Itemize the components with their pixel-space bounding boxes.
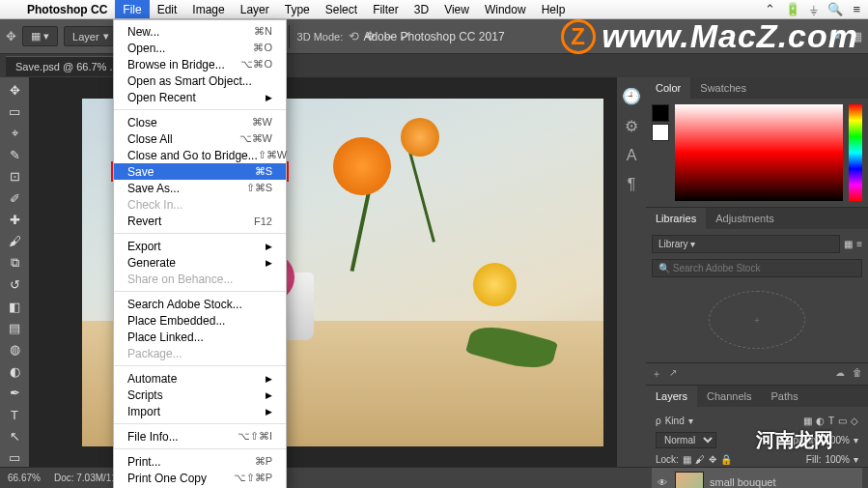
hue-slider[interactable] <box>849 104 862 201</box>
character-panel-icon[interactable]: A <box>627 147 637 164</box>
menu-item-generate[interactable]: Generate▶ <box>114 254 286 271</box>
bluetooth-icon[interactable]: ⌃ <box>765 2 775 16</box>
quick-select-tool[interactable]: ✎ <box>3 146 26 163</box>
menu-item-print-one-copy[interactable]: Print One Copy⌥⇧⌘P <box>114 470 286 486</box>
menu-item-scripts[interactable]: Scripts▶ <box>114 387 286 403</box>
fill-value[interactable]: 100% <box>825 454 850 465</box>
library-drop-zone[interactable]: + <box>709 291 805 349</box>
library-view-icon[interactable]: ▦ <box>844 239 853 249</box>
dodge-tool[interactable]: ◐ <box>3 362 26 380</box>
rectangle-tool[interactable]: ▭ <box>3 449 26 467</box>
move-tool[interactable]: ✥ <box>3 81 26 99</box>
library-link-icon[interactable]: ↗ <box>669 367 677 381</box>
filter-smart-icon[interactable]: ◇ <box>851 416 858 426</box>
menubar-item-select[interactable]: Select <box>318 0 365 18</box>
menubar-item-help[interactable]: Help <box>534 0 574 18</box>
menu-item-open-recent[interactable]: Open Recent▶ <box>114 89 286 105</box>
healing-brush-tool[interactable]: ✚ <box>3 211 26 228</box>
paragraph-panel-icon[interactable]: ¶ <box>628 176 636 193</box>
3d-orbit-icon[interactable]: ⟲ <box>349 29 359 43</box>
clone-stamp-tool[interactable]: ⧉ <box>3 254 26 272</box>
type-tool[interactable]: T <box>3 406 26 423</box>
add-content-icon[interactable]: ＋ <box>652 367 661 381</box>
properties-panel-icon[interactable]: ⚙ <box>625 117 638 135</box>
menu-item-close-all[interactable]: Close All⌥⌘W <box>114 130 286 147</box>
layer-thumbnail[interactable] <box>675 472 704 488</box>
color-spectrum[interactable] <box>675 104 843 201</box>
tab-channels[interactable]: Channels <box>697 386 761 407</box>
wifi-icon[interactable]: ⏚ <box>810 2 818 16</box>
path-select-tool[interactable]: ↖ <box>3 427 26 445</box>
tool-preset-picker[interactable]: ▦ ▾ <box>22 26 58 46</box>
menu-item-new[interactable]: New...⌘N <box>114 23 286 40</box>
layer-row[interactable]: 👁 small bouquet <box>652 468 862 488</box>
history-panel-icon[interactable]: 🕘 <box>622 87 641 105</box>
blend-mode-select[interactable]: Normal <box>656 432 716 448</box>
zoom-level[interactable]: 66.67% <box>8 473 41 483</box>
brush-tool[interactable]: 🖌 <box>3 233 26 250</box>
layer-select-dropdown[interactable]: Layer ▾ <box>64 26 118 46</box>
menu-item-open-as-smart-object[interactable]: Open as Smart Object... <box>114 72 286 89</box>
menu-item-print[interactable]: Print...⌘P <box>114 453 286 470</box>
menu-item-automate[interactable]: Automate▶ <box>114 370 286 387</box>
move-tool-icon[interactable]: ✥ <box>6 29 16 43</box>
menubar-item-3d[interactable]: 3D <box>406 0 436 18</box>
menu-item-place-linked[interactable]: Place Linked... <box>114 329 286 345</box>
menu-item-import[interactable]: Import▶ <box>114 403 286 419</box>
document-tab[interactable]: Save.psd @ 66.7% ... <box>6 56 128 76</box>
tab-swatches[interactable]: Swatches <box>690 77 756 99</box>
foreground-color-chip[interactable] <box>652 104 669 122</box>
menubar-item-edit[interactable]: Edit <box>150 0 185 18</box>
menu-item-close-and-go-to-bridge[interactable]: Close and Go to Bridge...⇧⌘W <box>114 147 286 163</box>
menu-item-search-adobe-stock[interactable]: Search Adobe Stock... <box>114 296 286 312</box>
pen-tool[interactable]: ✒ <box>3 384 26 401</box>
menu-item-revert[interactable]: RevertF12 <box>114 213 286 229</box>
menubar-item-layer[interactable]: Layer <box>233 0 277 18</box>
marquee-tool[interactable]: ▭ <box>3 102 26 120</box>
filter-adjust-icon[interactable]: ◐ <box>816 416 825 426</box>
tab-libraries[interactable]: Libraries <box>646 208 706 229</box>
menu-item-file-info[interactable]: File Info...⌥⇧⌘I <box>114 428 286 445</box>
lock-pixels-icon[interactable]: 🖌 <box>695 454 705 465</box>
battery-icon[interactable]: 🔋 <box>785 2 800 16</box>
layer-name[interactable]: small bouquet <box>710 476 858 488</box>
library-search-input[interactable]: 🔍 Search Adobe Stock <box>652 259 862 277</box>
menu-extras-icon[interactable]: ≡ <box>853 2 860 16</box>
library-stock-icon[interactable]: ☁ <box>835 367 845 381</box>
menubar-item-file[interactable]: File <box>115 0 149 18</box>
menu-item-browse-in-bridge[interactable]: Browse in Bridge...⌥⌘O <box>114 56 286 72</box>
crop-tool[interactable]: ⊡ <box>3 168 26 186</box>
background-color-chip[interactable] <box>652 124 669 141</box>
tab-color[interactable]: Color <box>646 77 690 99</box>
menu-item-place-embedded[interactable]: Place Embedded... <box>114 312 286 329</box>
tab-layers[interactable]: Layers <box>646 386 697 407</box>
tab-adjustments[interactable]: Adjustments <box>706 208 784 229</box>
library-selector[interactable]: Library ▾ <box>652 235 840 253</box>
eyedropper-tool[interactable]: ✐ <box>3 189 26 207</box>
history-brush-tool[interactable]: ↺ <box>3 276 26 294</box>
menubar-item-image[interactable]: Image <box>184 0 232 18</box>
menubar-item-type[interactable]: Type <box>277 0 318 18</box>
menu-item-save-as[interactable]: Save As...⇧⌘S <box>114 180 286 196</box>
filter-type-icon[interactable]: T <box>828 416 834 426</box>
spotlight-icon[interactable]: 🔍 <box>827 2 843 16</box>
library-menu-icon[interactable]: ≡ <box>856 239 862 249</box>
menu-item-close[interactable]: Close⌘W <box>114 114 286 130</box>
menu-item-open[interactable]: Open...⌘O <box>114 40 286 56</box>
menubar-item-window[interactable]: Window <box>477 0 534 18</box>
menubar-item-view[interactable]: View <box>436 0 477 18</box>
menu-item-save[interactable]: Save⌘S <box>114 163 286 180</box>
lock-transparency-icon[interactable]: ▦ <box>683 454 691 465</box>
lock-position-icon[interactable]: ✥ <box>709 454 716 465</box>
visibility-icon[interactable]: 👁 <box>656 477 669 488</box>
menu-item-export[interactable]: Export▶ <box>114 238 286 254</box>
library-trash-icon[interactable]: 🗑 <box>853 367 862 381</box>
gradient-tool[interactable]: ▤ <box>3 319 26 336</box>
app-name[interactable]: Photoshop CC <box>19 3 115 16</box>
blur-tool[interactable]: ◍ <box>3 341 26 359</box>
eraser-tool[interactable]: ◧ <box>3 298 26 315</box>
filter-pixel-icon[interactable]: ▦ <box>803 416 812 426</box>
menubar-item-filter[interactable]: Filter <box>365 0 406 18</box>
lasso-tool[interactable]: ⌖ <box>3 125 26 142</box>
lock-all-icon[interactable]: 🔒 <box>720 454 732 465</box>
